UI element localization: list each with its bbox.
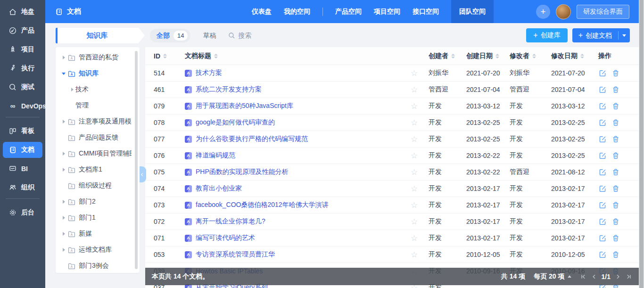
tree-item[interactable]: A 新媒 <box>56 226 140 242</box>
tab-draft[interactable]: 草稿 <box>203 32 216 40</box>
sidebar-item-test[interactable]: 测试 <box>3 79 42 95</box>
nav-product-space[interactable]: 产品空间 <box>335 0 362 23</box>
tree-item[interactable]: A 注意事项及通用模板 <box>56 114 140 130</box>
sidebar-item-doc[interactable]: 文档 <box>3 142 42 158</box>
tree-item[interactable]: A 部门3例会 <box>56 258 140 273</box>
caret-icon[interactable] <box>60 214 67 221</box>
sidebar-item-devops[interactable]: ∞ DevOps <box>3 98 42 114</box>
search-control[interactable]: 搜索 <box>228 32 251 40</box>
sidebar-item-project[interactable]: 项目 <box>3 41 42 58</box>
quick-add-button[interactable]: + <box>536 5 550 19</box>
delete-icon[interactable] <box>611 184 620 193</box>
doc-title-link[interactable]: 专访资深系统管理员曹江华 <box>196 250 275 259</box>
edit-icon[interactable] <box>598 234 607 242</box>
create-doc-button[interactable]: 创建文档 <box>572 28 630 42</box>
edit-icon[interactable] <box>598 102 607 110</box>
col-header-editor[interactable]: 修改者 <box>510 52 551 60</box>
tree-item[interactable]: A 知识库 <box>56 66 140 82</box>
tree-item[interactable]: A 文档库1 <box>56 162 140 178</box>
doc-title-link[interactable]: 系统二次开发支持方案 <box>196 85 262 94</box>
caret-icon[interactable] <box>69 86 75 93</box>
edit-icon[interactable] <box>598 69 607 77</box>
delete-icon[interactable] <box>611 201 620 209</box>
next-page-button[interactable] <box>615 273 621 280</box>
caret-icon[interactable] <box>60 166 67 173</box>
favorite-star-icon[interactable] <box>411 102 418 111</box>
favorite-star-icon[interactable] <box>411 118 418 127</box>
tree-item[interactable]: A 运维文档库 <box>56 242 140 258</box>
doc-title-link[interactable]: 技术方案 <box>196 69 222 77</box>
create-library-button[interactable]: 创建库 <box>526 28 567 42</box>
favorite-star-icon[interactable] <box>411 184 418 193</box>
nav-team-space[interactable]: 团队空间 <box>451 0 494 23</box>
favorite-star-icon[interactable] <box>411 85 418 94</box>
nav-dashboard[interactable]: 仪表盘 <box>252 0 272 23</box>
favorite-star-icon[interactable] <box>411 135 418 144</box>
last-page-button[interactable] <box>626 273 632 280</box>
doc-title-link[interactable]: 禅道编码规范 <box>196 151 235 160</box>
tree-item[interactable]: A 管理 <box>56 98 140 114</box>
delete-icon[interactable] <box>611 118 620 127</box>
favorite-star-icon[interactable] <box>411 250 418 259</box>
doc-title-link[interactable]: 用于展现图表的50种JavaScript库 <box>196 102 293 110</box>
tree-item[interactable]: A 管西迎的私货 <box>56 49 140 66</box>
favorite-star-icon[interactable] <box>411 234 418 243</box>
delete-icon[interactable] <box>611 135 620 143</box>
caret-icon[interactable] <box>60 247 67 253</box>
caret-icon[interactable] <box>60 118 67 125</box>
doc-title-link[interactable]: 离开一线企业你算老几? <box>196 217 265 226</box>
nav-my-space[interactable]: 我的空间 <box>284 0 310 23</box>
workspace-switch-button[interactable]: 研发综合界面 <box>577 5 629 19</box>
favorite-star-icon[interactable] <box>411 168 418 177</box>
tree-item[interactable]: A 产品问题反馈 <box>56 130 140 146</box>
doc-title-link[interactable]: google是如何做代码审查的 <box>196 118 275 127</box>
tree-item[interactable]: A 部门2 <box>56 194 140 210</box>
doc-title-link[interactable]: 为什么谷歌要执行严格的代码编写规范 <box>196 135 308 143</box>
delete-icon[interactable] <box>611 250 620 259</box>
doc-title-link[interactable]: 教育出小创业家 <box>196 184 242 193</box>
delete-icon[interactable] <box>611 151 620 160</box>
tree-item[interactable]: A 组织级过程 <box>56 178 140 194</box>
tree-item[interactable]: A 部门1 <box>56 210 140 226</box>
sidebar-item-product[interactable]: 产品 <box>3 23 42 39</box>
delete-icon[interactable] <box>611 234 620 242</box>
col-header-created[interactable]: 创建日期 <box>466 52 510 60</box>
caret-icon[interactable] <box>60 150 67 157</box>
edit-icon[interactable] <box>598 135 607 143</box>
col-header-title[interactable]: 文档标题 <box>185 52 411 60</box>
delete-icon[interactable] <box>611 69 620 77</box>
window-scrollbar[interactable] <box>639 0 644 288</box>
create-doc-dropdown[interactable] <box>619 34 630 37</box>
favorite-star-icon[interactable] <box>411 151 418 160</box>
tree-item[interactable]: A 技术 <box>56 82 140 98</box>
edit-icon[interactable] <box>598 151 607 160</box>
nav-api-space[interactable]: 接口空间 <box>413 0 439 23</box>
caret-icon[interactable] <box>60 230 67 237</box>
sidebar-item-bi[interactable]: BI <box>3 161 42 177</box>
scrollbar-thumb[interactable] <box>639 0 644 288</box>
user-avatar[interactable] <box>556 4 571 19</box>
favorite-star-icon[interactable] <box>411 201 418 210</box>
favorite-star-icon[interactable] <box>411 69 418 78</box>
tab-all[interactable]: 全部 14 <box>150 29 190 42</box>
library-banner[interactable]: 知识库 <box>56 28 139 43</box>
edit-icon[interactable] <box>598 201 607 209</box>
edit-icon[interactable] <box>598 85 607 94</box>
tree-scrollbar[interactable] <box>135 51 138 269</box>
delete-icon[interactable] <box>611 102 620 110</box>
caret-icon[interactable] <box>60 54 67 61</box>
per-page-select[interactable]: 每页 20 项 <box>534 272 571 281</box>
doc-title-link[interactable]: PHP函数的实现原理及性能分析 <box>196 168 289 176</box>
delete-icon[interactable] <box>611 85 620 94</box>
sidebar-item-dashboard[interactable]: 地盘 <box>3 4 42 20</box>
caret-icon[interactable] <box>60 70 67 77</box>
edit-icon[interactable] <box>598 118 607 127</box>
tree-item[interactable]: A CMMI项目管理辅助 <box>56 146 140 162</box>
delete-icon[interactable] <box>611 217 620 226</box>
prev-page-button[interactable] <box>591 273 597 280</box>
doc-title-link[interactable]: facebook_COO桑德伯格2012年哈佛大学演讲 <box>196 201 329 209</box>
doc-title-link[interactable]: 编写可读代码的艺术 <box>196 234 255 242</box>
col-header-id[interactable]: ID <box>145 52 185 60</box>
col-header-edited[interactable]: 修改日期 <box>551 52 598 60</box>
panel-collapse-handle[interactable] <box>140 166 146 182</box>
